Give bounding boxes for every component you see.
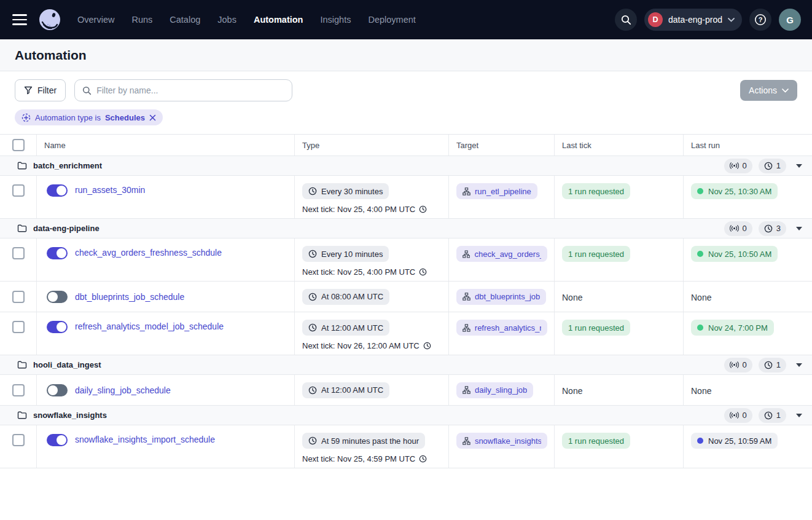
sensor-count: 0	[743, 411, 747, 420]
page-header: Automation	[0, 39, 812, 71]
row-checkbox[interactable]	[12, 384, 25, 396]
dagster-logo[interactable]	[38, 8, 61, 31]
type-cell: At 12:00 AM UTC Next tick: Nov 26, 12:00…	[295, 312, 449, 355]
select-all-checkbox[interactable]	[12, 139, 25, 151]
run-status-dot	[697, 438, 703, 444]
enabled-toggle[interactable]	[47, 321, 68, 333]
last-run-label: Nov 24, 7:00 PM	[708, 323, 768, 333]
schedule-type-pill: At 12:00 AM UTC	[302, 382, 389, 398]
actions-button-label: Actions	[749, 85, 777, 95]
row-checkbox[interactable]	[12, 184, 25, 197]
enabled-toggle[interactable]	[47, 384, 68, 396]
nav-item-deployment[interactable]: Deployment	[368, 15, 415, 25]
automation-name-link[interactable]: run_assets_30min	[75, 185, 145, 195]
job-sitemap-icon	[463, 293, 470, 301]
name-cell: refresh_analytics_model_job_schedule	[37, 312, 295, 355]
target-job-pill[interactable]: check_avg_orders_	[456, 246, 547, 262]
automation-name-link[interactable]: snowflake_insights_import_schedule	[75, 435, 215, 444]
column-header-last-tick: Last tick	[555, 135, 684, 156]
automation-name-link[interactable]: check_avg_orders_freshness_schdule	[75, 248, 222, 258]
automation-type-filter-tag[interactable]: Automation type is Schedules	[15, 109, 163, 125]
schedule-type-pill: At 12:00 AM UTC	[302, 320, 389, 336]
last-run-label: Nov 25, 10:30 AM	[708, 187, 771, 196]
chevron-down-icon	[782, 89, 789, 93]
target-job-label: run_etl_pipeline	[475, 187, 531, 196]
row-checkbox[interactable]	[12, 291, 25, 303]
last-tick-pill[interactable]: 1 run requested	[562, 246, 630, 262]
actions-button[interactable]: Actions	[740, 80, 797, 101]
primary-nav: OverviewRunsCatalogJobsAutomationInsight…	[77, 15, 416, 25]
automation-name-link[interactable]: daily_sling_job_schedule	[75, 385, 171, 395]
group-row[interactable]: snowflake_insights 0 1	[0, 406, 812, 425]
table-header: Name Type Target Last tick Last run	[0, 135, 812, 156]
target-job-pill[interactable]: run_etl_pipeline	[456, 183, 537, 199]
nav-item-runs[interactable]: Runs	[131, 15, 152, 25]
type-cell: At 08:00 AM UTC	[295, 282, 449, 312]
last-run-pill[interactable]: Nov 24, 7:00 PM	[691, 320, 774, 336]
last-tick-label: 1 run requested	[568, 323, 624, 333]
name-cell: run_assets_30min	[37, 176, 295, 218]
automation-row: refresh_analytics_model_job_schedule At …	[0, 312, 812, 355]
last-tick-cell: None	[555, 375, 684, 405]
row-checkbox-cell	[0, 312, 37, 355]
search-icon[interactable]	[615, 9, 637, 31]
clock-icon	[764, 162, 773, 170]
target-job-pill[interactable]: dbt_blueprints_job	[456, 289, 546, 305]
group-row[interactable]: batch_enrichment 0 1	[0, 156, 812, 176]
clock-icon	[419, 205, 427, 213]
last-tick-pill[interactable]: 1 run requested	[562, 183, 630, 199]
sensor-icon	[730, 361, 739, 368]
nav-item-automation[interactable]: Automation	[254, 15, 303, 25]
last-tick-cell: 1 run requested	[555, 238, 684, 281]
enabled-toggle[interactable]	[47, 434, 68, 446]
last-run-cell: None	[684, 282, 812, 312]
deployment-name: data-eng-prod	[668, 15, 722, 25]
last-tick-pill[interactable]: 1 run requested	[562, 433, 630, 449]
automation-name-link[interactable]: refresh_analytics_model_job_schedule	[75, 321, 224, 331]
filter-button[interactable]: Filter	[15, 79, 66, 101]
enabled-toggle[interactable]	[47, 247, 68, 259]
clock-icon	[308, 250, 317, 258]
collapse-caret-icon[interactable]	[796, 363, 802, 367]
user-avatar[interactable]: G	[779, 9, 801, 31]
job-sitemap-icon	[463, 324, 470, 332]
clock-icon	[308, 323, 317, 332]
row-checkbox[interactable]	[12, 321, 25, 333]
last-tick-pill[interactable]: 1 run requested	[562, 320, 630, 336]
automation-row: snowflake_insights_import_schedule At 59…	[0, 425, 812, 468]
hamburger-menu-icon[interactable]	[12, 14, 27, 25]
row-checkbox[interactable]	[12, 247, 25, 259]
group-row[interactable]: data-eng-pipeline 0 3	[0, 219, 812, 238]
sensor-icon	[730, 412, 739, 419]
schedule-count: 1	[776, 161, 781, 170]
nav-item-catalog[interactable]: Catalog	[170, 15, 200, 25]
automation-name-link[interactable]: dbt_blueprints_job_schedule	[75, 292, 184, 302]
help-icon[interactable]: ?	[749, 9, 771, 31]
row-checkbox[interactable]	[12, 434, 25, 446]
nav-item-overview[interactable]: Overview	[77, 15, 114, 25]
collapse-caret-icon[interactable]	[796, 227, 802, 230]
enabled-toggle[interactable]	[47, 184, 68, 197]
active-filters-row: Automation type is Schedules	[0, 109, 812, 135]
nav-item-jobs[interactable]: Jobs	[217, 15, 236, 25]
target-job-pill[interactable]: refresh_analytics_r	[456, 320, 547, 336]
last-run-pill[interactable]: Nov 25, 10:30 AM	[691, 183, 778, 199]
group-row[interactable]: hooli_data_ingest 0 1	[0, 355, 812, 375]
last-run-cell: Nov 24, 7:00 PM	[684, 312, 812, 355]
collapse-caret-icon[interactable]	[796, 414, 802, 417]
type-cell: Every 10 minutes Next tick: Nov 25, 4:00…	[295, 238, 449, 281]
nav-item-insights[interactable]: Insights	[320, 15, 351, 25]
last-run-pill[interactable]: Nov 25, 10:59 AM	[691, 433, 778, 449]
enabled-toggle[interactable]	[47, 291, 68, 303]
last-run-pill[interactable]: Nov 25, 10:50 AM	[691, 246, 778, 262]
deployment-switcher[interactable]: D data-eng-prod	[644, 9, 742, 31]
target-job-pill[interactable]: snowflake_insights	[456, 433, 547, 449]
remove-filter-icon[interactable]	[149, 114, 156, 121]
clock-icon	[419, 268, 427, 276]
next-tick-text: Next tick: Nov 25, 4:59 PM UTC	[302, 454, 415, 463]
row-checkbox-cell	[0, 238, 37, 281]
target-job-pill[interactable]: daily_sling_job	[456, 382, 533, 398]
name-filter-input[interactable]	[96, 85, 284, 95]
last-run-none: None	[691, 291, 711, 302]
collapse-caret-icon[interactable]	[796, 164, 802, 168]
